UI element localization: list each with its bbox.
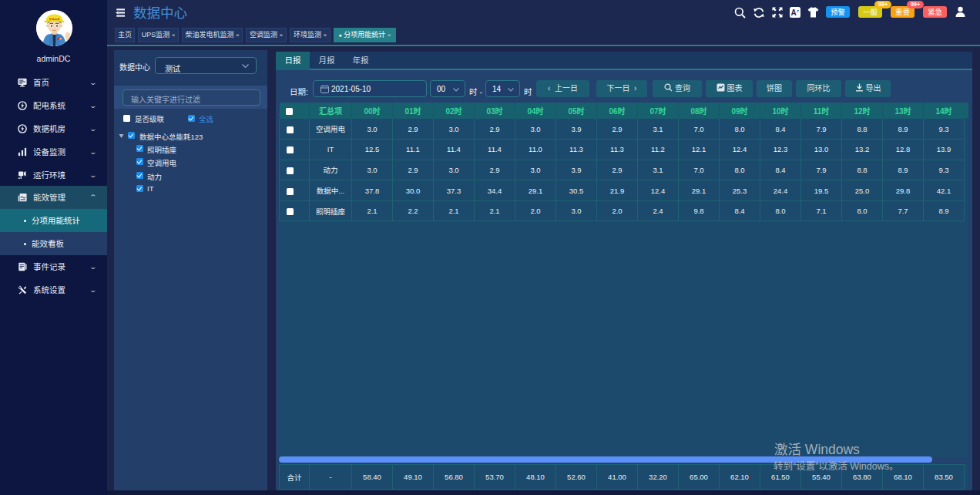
svg-text:A: A	[790, 8, 796, 17]
svg-text:Vskord: Vskord	[49, 17, 60, 21]
svg-text:z: z	[797, 8, 799, 13]
